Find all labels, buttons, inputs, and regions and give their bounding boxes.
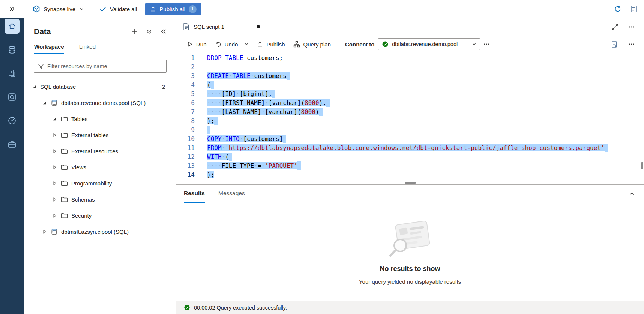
item-count-badge: 2 xyxy=(162,84,165,90)
pool-chevron-down-icon xyxy=(472,42,476,46)
vertical-scrollbar[interactable] xyxy=(641,162,643,169)
tree-item-external-resources[interactable]: External resources xyxy=(24,143,176,159)
tree-item-dbtlabs-revenue-demo-pool-sql[interactable]: dbtlabs.revenue.demo.pool (SQL) xyxy=(24,95,176,111)
tree-item-dbtmsft-azsyn-cipool-sql[interactable]: dbtmsft.azsyn.cipool (SQL) xyxy=(24,224,176,240)
expander-expanded-icon[interactable] xyxy=(51,117,57,121)
publish-button[interactable]: Publish xyxy=(253,38,289,51)
rail-item-manage[interactable] xyxy=(5,137,20,152)
rail-item-develop[interactable] xyxy=(5,66,20,81)
folder-icon xyxy=(60,115,68,123)
tree-item-sql-database[interactable]: SQL database2 xyxy=(24,79,176,95)
code-line-10[interactable]: COPY·INTO·[customers] xyxy=(207,135,644,144)
expander-collapsed-icon[interactable] xyxy=(51,214,57,218)
code-lines[interactable]: DROP TABLE customers;CREATE·TABLE·custom… xyxy=(195,54,644,184)
undo-icon xyxy=(215,41,221,48)
collapse-results-chevron-up-icon[interactable] xyxy=(629,191,644,197)
tree-item-external-tables[interactable]: External tables xyxy=(24,127,176,143)
rail-item-data[interactable] xyxy=(5,42,20,57)
expander-collapsed-icon[interactable] xyxy=(51,197,57,202)
refresh-icon[interactable] xyxy=(614,5,621,13)
query-plan-icon xyxy=(293,41,300,48)
undo-dropdown-icon[interactable] xyxy=(244,42,249,46)
collapse-panel-icon[interactable] xyxy=(161,29,167,34)
expander-expanded-icon[interactable] xyxy=(41,101,47,105)
folder-icon xyxy=(60,180,68,187)
run-label: Run xyxy=(196,41,207,48)
connect-to-pool-select[interactable]: dbtlabs.revenue.demo.pool xyxy=(378,38,480,50)
code-line-2[interactable] xyxy=(207,63,644,72)
expander-collapsed-icon[interactable] xyxy=(51,133,57,137)
code-line-4[interactable]: ( xyxy=(207,81,644,90)
hub-navigation-rail xyxy=(0,18,24,314)
connect-to-label: Connect to xyxy=(345,41,374,48)
workspace-mode-switcher[interactable]: Synapse live xyxy=(29,0,88,18)
code-line-3[interactable]: CREATE·TABLE·customers xyxy=(207,72,644,81)
tree-item-label: SQL database xyxy=(40,84,76,90)
expander-collapsed-icon[interactable] xyxy=(51,149,57,153)
tree-item-security[interactable]: Security xyxy=(24,208,176,224)
results-tab-messages[interactable]: Messages xyxy=(218,185,245,203)
expander-collapsed-icon[interactable] xyxy=(41,230,47,234)
filter-resources-input[interactable] xyxy=(47,63,162,69)
editor-toolbar: Run Undo Publish Q xyxy=(176,36,644,52)
code-line-13[interactable]: ····FILE_TYPE·=·'PARQUET' xyxy=(207,161,644,170)
code-line-5[interactable]: ····[ID]·[bigint], xyxy=(207,90,644,99)
line-number: 11 xyxy=(176,144,195,153)
publish-upload-icon xyxy=(150,6,156,12)
expander-collapsed-icon[interactable] xyxy=(51,181,57,185)
sql-editor[interactable]: 1234567891011121314 DROP TABLE customers… xyxy=(176,52,644,184)
sidebar-tabs: WorkspaceLinked xyxy=(24,36,176,54)
horizontal-scrollbar[interactable] xyxy=(405,182,416,184)
results-tab-results[interactable]: Results xyxy=(184,185,205,203)
code-line-11[interactable]: FROM·'https://dbtlabsynapsedatalake.blob… xyxy=(207,144,644,153)
folder-icon xyxy=(60,148,68,155)
validate-all-button[interactable]: Validate all xyxy=(96,0,141,18)
query-status-bar: 00:00:02 Query executed successfully. xyxy=(176,301,644,314)
document-tabstrip: SQL script 1 xyxy=(176,18,644,36)
expander-collapsed-icon[interactable] xyxy=(51,165,57,169)
synapse-live-icon xyxy=(33,5,40,13)
run-button[interactable]: Run xyxy=(183,38,211,51)
undo-button[interactable]: Undo xyxy=(211,38,253,51)
tree-item-label: Views xyxy=(71,164,86,170)
sidebar-tab-linked[interactable]: Linked xyxy=(79,43,96,54)
tab-more-options-icon[interactable] xyxy=(628,24,635,30)
add-resource-icon[interactable] xyxy=(132,28,138,34)
notifications-list-icon[interactable] xyxy=(630,5,637,13)
results-panel: ResultsMessages xyxy=(176,184,644,314)
tree-item-views[interactable]: Views xyxy=(24,159,176,175)
tab-sql-script-1[interactable]: SQL script 1 xyxy=(176,18,266,36)
publish-count-badge: 1 xyxy=(189,5,197,13)
code-line-12[interactable]: WITH·( xyxy=(207,153,644,161)
query-status-message: 00:00:02 Query executed successfully. xyxy=(194,305,287,311)
publish-all-button[interactable]: Publish all 1 xyxy=(145,3,201,15)
code-line-6[interactable]: ····[FIRST_NAME]·[varchar](8000), xyxy=(207,99,644,108)
rail-item-home[interactable] xyxy=(5,19,20,34)
tree-item-schemas[interactable]: Schemas xyxy=(24,191,176,208)
expand-nav-icon[interactable] xyxy=(0,6,24,12)
rail-item-monitor[interactable] xyxy=(5,113,20,128)
expander-expanded-icon[interactable] xyxy=(31,85,37,89)
query-plan-button[interactable]: Query plan xyxy=(289,38,335,51)
expand-editor-icon[interactable] xyxy=(612,24,618,30)
publish-icon xyxy=(257,41,263,47)
line-number: 3 xyxy=(176,72,195,81)
code-line-8[interactable]: ); xyxy=(207,117,644,126)
tree-item-tables[interactable]: Tables xyxy=(24,111,176,127)
collapse-all-icon[interactable] xyxy=(146,29,152,34)
line-number: 12 xyxy=(176,153,195,161)
code-line-1[interactable]: DROP TABLE customers; xyxy=(207,54,644,63)
sidebar-tab-workspace[interactable]: Workspace xyxy=(34,43,64,54)
code-line-9[interactable] xyxy=(207,126,644,135)
line-number: 2 xyxy=(176,63,195,72)
line-number: 10 xyxy=(176,135,195,144)
develop-icon xyxy=(8,69,17,78)
tree-item-label: dbtmsft.azsyn.cipool (SQL) xyxy=(61,229,129,235)
toolbar-more-commands-icon[interactable] xyxy=(480,38,493,51)
editor-more-options-icon[interactable] xyxy=(628,41,635,48)
code-line-7[interactable]: ····[LAST_NAME]·[varchar](8000) xyxy=(207,108,644,117)
rail-item-integrate[interactable] xyxy=(5,90,20,105)
tree-item-programmability[interactable]: Programmability xyxy=(24,175,176,191)
code-line-14[interactable]: ); xyxy=(207,170,644,179)
properties-icon[interactable] xyxy=(611,41,618,48)
